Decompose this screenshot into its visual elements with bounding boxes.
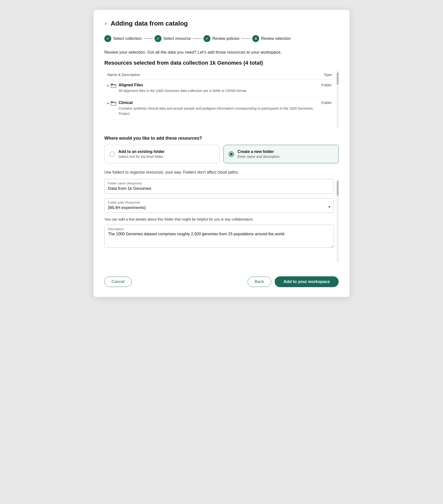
resource-table-wrapper: Name & Description Type ▶ [104, 71, 335, 128]
form-scrollbar[interactable] [337, 179, 339, 263]
description-label: Description [108, 227, 124, 231]
step-1-icon: ✓ [104, 35, 111, 42]
section-title: Resources selected from data collection … [104, 60, 339, 66]
step-review-selection: 4 Review selection [252, 35, 291, 42]
step-select-resource: ✓ Select resource [154, 35, 191, 42]
stepper: ✓ Select collection ✓ Select resource ✓ … [104, 35, 339, 42]
folder-name-input[interactable] [104, 179, 334, 194]
where-title: Where would you like to add these resour… [104, 136, 339, 141]
option-new-text: Create a new folder Enter name and descr… [237, 149, 280, 159]
step-2-icon: ✓ [154, 35, 161, 42]
cancel-button[interactable]: Cancel [104, 277, 132, 287]
step-2-label: Select resource [163, 36, 191, 41]
table-row: ▶ Aligned Files All ali [104, 79, 335, 97]
folder-icon [111, 83, 116, 88]
table-row: ▶ Clinical Contains syn [104, 97, 335, 120]
col-header-type: Type [318, 71, 335, 79]
add-to-workspace-button[interactable]: Add to your workspace [275, 276, 339, 287]
resource-name-1: Aligned Files [119, 83, 247, 87]
step-connector-2 [193, 38, 202, 39]
step-4-icon: 4 [252, 35, 259, 42]
row-expand-icon[interactable]: ▶ [107, 83, 109, 87]
checkmark-icon-3: ✓ [206, 37, 209, 41]
step-connector-1 [144, 38, 153, 39]
helper-text: You can add a few details about this fol… [104, 217, 334, 221]
row-content: Aligned Files All alignment files in the… [111, 83, 247, 93]
footer-right: Back Add to your workspace [248, 276, 339, 287]
option-new-title: Create a new folder [237, 149, 280, 154]
option-new-subtitle: Enter name and description [237, 155, 280, 159]
folder-name-group: Folder name (Required) [104, 179, 334, 194]
description-group: Description The 1000 Genomes dataset com… [104, 225, 334, 249]
form-scrollbar-thumb [337, 181, 339, 196]
checkmark-icon: ✓ [106, 37, 109, 41]
radio-existing [110, 151, 115, 157]
resource-table: Name & Description Type ▶ [104, 71, 335, 120]
svg-rect-3 [111, 102, 113, 103]
back-button[interactable]: Back [248, 277, 271, 287]
option-cards: Add to an existing folder Select root fo… [104, 145, 339, 163]
step-3-icon: ✓ [204, 35, 211, 42]
row-content-2: Clinical Contains synthetic clinical dat… [111, 101, 315, 116]
resource-name-2: Clinical [119, 101, 315, 105]
step-1-label: Select collection [113, 36, 142, 41]
review-intro: Review your selection. Got all the data … [104, 50, 339, 55]
option-existing-subtitle: Select root for top level folder [118, 155, 165, 159]
folder-path-group: Folder path (Required) [ML4H experiments… [104, 198, 334, 213]
option-existing-folder[interactable]: Add to an existing folder Select root fo… [104, 145, 220, 163]
folder-icon-2 [111, 101, 116, 106]
folder-path-label: Folder path (Required) [108, 201, 140, 204]
description-textarea[interactable]: The 1000 Genomes dataset comprises rough… [104, 225, 334, 248]
radio-new [229, 151, 234, 157]
step-3-label: Review policies [212, 36, 239, 41]
table-scrollbar[interactable] [337, 71, 339, 128]
option-existing-title: Add to an existing folder [118, 149, 165, 154]
svg-rect-1 [111, 84, 113, 85]
folder-path-select[interactable]: [ML4H experiments] [104, 198, 334, 213]
dialog-header: × Adding data from catalog [104, 20, 339, 27]
step-select-collection: ✓ Select collection [104, 35, 142, 42]
col-header-name: Name & Description [104, 71, 318, 79]
info-text: Use folders to organize resources, your … [104, 170, 339, 175]
resource-type-2: Folder [318, 97, 335, 120]
step-4-label: Review selection [261, 36, 291, 41]
option-existing-text: Add to an existing folder Select root fo… [118, 149, 165, 159]
option-new-folder[interactable]: Create a new folder Enter name and descr… [223, 145, 339, 163]
dialog-footer: Cancel Back Add to your workspace [104, 271, 339, 287]
step-review-policies: ✓ Review policies [204, 35, 239, 42]
row-expand-icon-2[interactable]: ▶ [107, 101, 109, 105]
resource-desc-2: Contains synthetic clinical data and act… [119, 106, 315, 116]
close-icon[interactable]: × [104, 21, 107, 26]
dialog-title: Adding data from catalog [111, 20, 188, 27]
resource-type-1: Folder [318, 79, 335, 97]
dialog: × Adding data from catalog ✓ Select coll… [94, 10, 349, 297]
step-connector-3 [241, 38, 250, 39]
resource-desc-1: All alignment files in the 1000 Genomes … [119, 88, 247, 93]
folder-name-label: Folder name (Required) [108, 181, 142, 185]
checkmark-icon-2: ✓ [156, 37, 159, 41]
scrollbar-thumb [337, 72, 339, 85]
radio-inner-new [230, 153, 233, 156]
